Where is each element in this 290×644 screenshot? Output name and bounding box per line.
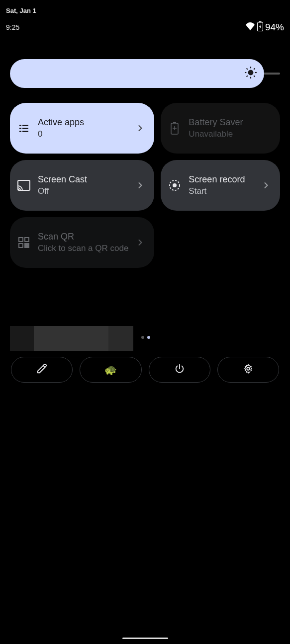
svg-line-9 — [247, 76, 248, 77]
svg-rect-1 — [259, 21, 261, 22]
svg-rect-12 — [22, 125, 28, 126]
svg-rect-27 — [27, 243, 29, 245]
battery-charging-icon — [257, 21, 263, 33]
tile-subtitle: Start — [189, 186, 254, 196]
battery-percent: 94% — [265, 22, 284, 33]
svg-rect-24 — [25, 238, 29, 242]
record-icon — [168, 178, 182, 192]
qr-icon — [17, 236, 31, 249]
svg-rect-26 — [25, 243, 26, 245]
tile-title: Battery Saver — [189, 117, 271, 128]
edit-tiles-button[interactable] — [11, 357, 73, 383]
svg-point-22 — [173, 183, 177, 187]
footer-actions: 🐢 — [0, 351, 290, 383]
tile-title: Active apps — [38, 117, 128, 128]
list-icon — [17, 121, 31, 135]
navigation-handle[interactable] — [122, 638, 168, 639]
svg-line-6 — [254, 76, 255, 77]
media-output-card[interactable] — [10, 326, 133, 351]
page-dot-1 — [141, 336, 144, 339]
chevron-right-icon — [135, 180, 145, 190]
svg-rect-29 — [27, 246, 29, 247]
brightness-slider[interactable] — [10, 59, 264, 88]
svg-rect-11 — [19, 125, 21, 126]
tile-title: Screen record — [189, 174, 254, 185]
brightness-row — [0, 33, 290, 88]
tile-screen-cast[interactable]: Screen Cast Off — [10, 160, 154, 211]
power-icon — [174, 363, 185, 376]
svg-rect-15 — [19, 131, 21, 132]
tile-title: Screen Cast — [38, 174, 128, 185]
tile-subtitle: Off — [38, 186, 128, 196]
tile-scan-qr[interactable]: Scan QR Click to scan a QR code — [10, 217, 154, 268]
cast-icon — [17, 178, 31, 192]
svg-rect-18 — [173, 122, 176, 123]
settings-button[interactable] — [217, 357, 279, 383]
svg-line-10 — [254, 69, 255, 70]
svg-point-30 — [247, 367, 250, 370]
power-button[interactable] — [149, 357, 210, 383]
wifi-icon — [245, 22, 255, 32]
chevron-right-icon — [135, 238, 145, 247]
user-button[interactable]: 🐢 — [80, 357, 141, 383]
svg-point-2 — [248, 70, 254, 76]
tile-subtitle: Click to scan a QR code — [38, 243, 128, 253]
svg-rect-13 — [19, 128, 21, 129]
tile-screen-record[interactable]: Screen record Start — [161, 160, 280, 211]
status-bar: 9:25 94% — [0, 14, 290, 33]
status-icons: 94% — [245, 21, 284, 33]
tile-subtitle: Unavailable — [189, 129, 271, 139]
page-dot-2 — [147, 336, 150, 339]
brightness-track-extension — [263, 73, 280, 75]
svg-rect-16 — [22, 131, 28, 132]
chevron-right-icon — [135, 123, 145, 133]
svg-rect-25 — [19, 243, 23, 247]
status-time: 9:25 — [6, 23, 19, 31]
svg-line-5 — [247, 69, 248, 70]
battery-icon — [168, 121, 182, 135]
tile-title: Scan QR — [38, 232, 128, 242]
svg-rect-14 — [22, 128, 28, 129]
svg-point-20 — [18, 189, 19, 190]
brightness-icon — [244, 66, 257, 81]
gear-icon — [243, 363, 254, 376]
quick-settings-tiles: Active apps 0 Battery Saver Unavailable … — [0, 88, 290, 268]
edit-icon — [36, 363, 47, 376]
tile-battery-saver[interactable]: Battery Saver Unavailable — [161, 103, 280, 154]
svg-rect-28 — [25, 246, 26, 247]
page-indicator — [141, 336, 150, 339]
turtle-avatar-icon: 🐢 — [104, 364, 117, 376]
tile-active-apps[interactable]: Active apps 0 — [10, 103, 154, 154]
svg-rect-23 — [19, 238, 23, 242]
status-date: Sat, Jan 1 — [0, 0, 290, 14]
chevron-right-icon — [261, 180, 271, 190]
tile-subtitle: 0 — [38, 129, 128, 139]
